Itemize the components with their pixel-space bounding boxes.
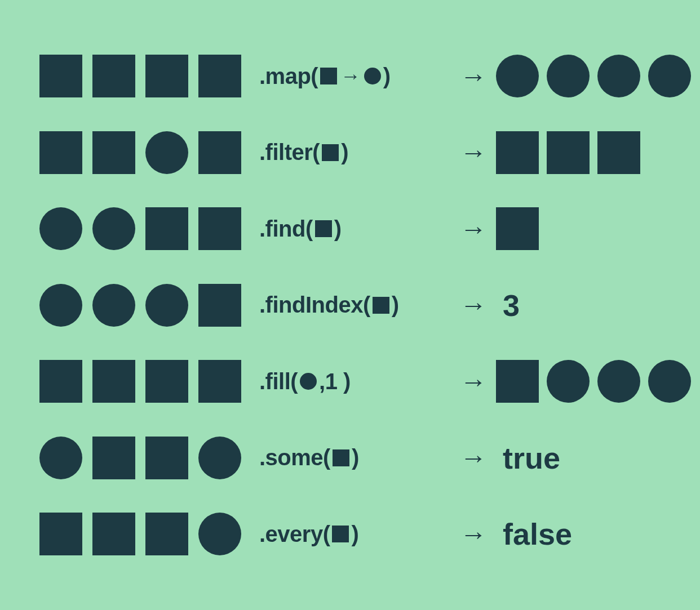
input-shapes: [39, 131, 259, 174]
circle-icon: [39, 284, 82, 327]
method-label: .map( → ): [259, 64, 451, 89]
result-arrow-icon: →: [451, 519, 496, 550]
square-icon: [145, 55, 188, 97]
input-shapes: [39, 55, 259, 97]
square-icon: [92, 55, 135, 97]
method-pre: .findIndex(: [259, 292, 370, 318]
row-every: .every( ) → false: [39, 509, 661, 559]
output-value: 3: [496, 288, 520, 323]
square-icon: [198, 55, 241, 97]
result-arrow-icon: →: [451, 137, 496, 168]
square-icon: [496, 207, 539, 250]
square-icon: [198, 131, 241, 174]
square-icon: [547, 131, 590, 174]
method-post: ): [334, 216, 342, 242]
circle-icon: [547, 360, 590, 403]
method-post: ): [383, 64, 391, 89]
input-shapes: [39, 513, 259, 555]
method-label: .find( ): [259, 216, 451, 242]
circle-icon: [39, 207, 82, 250]
method-label: .some( ): [259, 445, 451, 470]
square-icon: [145, 513, 188, 555]
input-shapes: [39, 360, 259, 403]
square-icon: [315, 220, 332, 237]
output-shapes: [496, 55, 691, 97]
circle-icon: [92, 207, 135, 250]
circle-icon: [300, 373, 317, 390]
input-shapes: [39, 284, 259, 327]
row-find: .find( ) →: [39, 203, 661, 254]
circle-icon: [145, 131, 188, 174]
output-text: false: [503, 517, 572, 551]
method-post: ): [392, 292, 399, 318]
method-pre: .fill(: [259, 369, 298, 394]
result-arrow-icon: →: [451, 213, 496, 244]
circle-icon: [496, 55, 539, 97]
result-arrow-icon: →: [451, 442, 496, 473]
square-icon: [320, 68, 337, 84]
method-pre: .map(: [259, 64, 318, 89]
output-value: true: [496, 440, 560, 475]
square-icon: [373, 297, 389, 314]
square-icon: [198, 207, 241, 250]
method-label: .every( ): [259, 522, 451, 547]
method-pre: .find(: [259, 216, 313, 242]
circle-icon: [597, 55, 640, 97]
circle-icon: [145, 284, 188, 327]
circle-icon: [39, 437, 82, 479]
arrow-icon: →: [340, 64, 361, 88]
square-icon: [332, 526, 349, 542]
circle-icon: [597, 360, 640, 403]
output-value: false: [496, 517, 572, 551]
square-icon: [92, 513, 135, 555]
output-text: 3: [503, 288, 520, 323]
square-icon: [198, 284, 241, 327]
square-icon: [145, 437, 188, 479]
square-icon: [198, 360, 241, 403]
square-icon: [597, 131, 640, 174]
method-label: .fill( ,1 ): [259, 369, 451, 394]
method-pre: .some(: [259, 445, 330, 470]
circle-icon: [648, 360, 691, 403]
row-some: .some( ) → true: [39, 433, 661, 483]
square-icon: [39, 131, 82, 174]
method-post: ): [351, 522, 358, 547]
row-findindex: .findIndex( ) → 3: [39, 280, 661, 331]
result-arrow-icon: →: [451, 366, 496, 397]
input-shapes: [39, 207, 259, 250]
circle-icon: [92, 284, 135, 327]
square-icon: [39, 513, 82, 555]
output-shapes: [496, 131, 640, 174]
circle-icon: [198, 437, 241, 479]
method-pre: .every(: [259, 522, 330, 547]
square-icon: [145, 207, 188, 250]
result-arrow-icon: →: [451, 61, 496, 92]
method-post: ): [352, 445, 359, 470]
method-pre: .filter(: [259, 140, 320, 165]
result-arrow-icon: →: [451, 290, 496, 320]
square-icon: [333, 449, 349, 466]
method-post: ,1 ): [319, 369, 351, 394]
square-icon: [92, 131, 135, 174]
square-icon: [496, 360, 539, 403]
method-label: .findIndex( ): [259, 292, 451, 318]
method-label: .filter( ): [259, 140, 451, 165]
square-icon: [496, 131, 539, 174]
square-icon: [39, 55, 82, 97]
row-map: .map( → ) →: [39, 51, 661, 101]
square-icon: [322, 144, 339, 161]
square-icon: [92, 437, 135, 479]
circle-icon: [547, 55, 590, 97]
output-shapes: [496, 207, 539, 250]
circle-icon: [648, 55, 691, 97]
method-post: ): [341, 140, 348, 165]
output-text: true: [503, 440, 560, 475]
circle-icon: [364, 68, 381, 84]
row-fill: .fill( ,1 ) →: [39, 356, 661, 407]
square-icon: [39, 360, 82, 403]
circle-icon: [198, 513, 241, 555]
output-shapes: [496, 360, 691, 403]
row-filter: .filter( ) →: [39, 127, 661, 178]
square-icon: [145, 360, 188, 403]
square-icon: [92, 360, 135, 403]
